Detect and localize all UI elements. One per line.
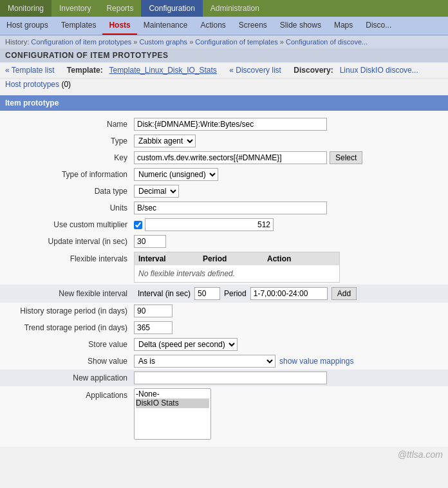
- show-value-cell: As is show value mappings: [134, 355, 443, 368]
- nav2-screens[interactable]: Screens: [232, 17, 274, 35]
- history-row: History storage period (in days): [0, 303, 448, 319]
- form-area: Name Type Zabbix agent Key Select Type o…: [0, 111, 448, 447]
- nav2-templates[interactable]: Templates: [55, 17, 103, 35]
- new-app-input[interactable]: [134, 371, 327, 384]
- discovery-prefix: Discovery:: [294, 66, 333, 75]
- key-label: Key: [5, 153, 134, 162]
- units-label: Units: [5, 203, 134, 212]
- flex-intervals-label: Flexible intervals: [5, 252, 134, 263]
- units-input[interactable]: [134, 202, 327, 214]
- show-value-select[interactable]: As is: [134, 355, 275, 368]
- breadcrumb-item-2[interactable]: Custom graphs: [140, 38, 188, 46]
- nav2-slideshows[interactable]: Slide shows: [274, 17, 328, 35]
- update-interval-input[interactable]: [134, 235, 166, 248]
- units-value-cell: [134, 202, 443, 214]
- data-type-label: Data type: [5, 187, 134, 196]
- flex-table-body: No flexible intervals defined.: [135, 265, 339, 282]
- second-nav: Host groups Templates Hosts Maintenance …: [0, 17, 448, 35]
- nav-administration[interactable]: Administration: [203, 0, 267, 17]
- section-header: Item prototype: [0, 95, 448, 111]
- nav-monitoring[interactable]: Monitoring: [0, 0, 51, 17]
- flex-table: Interval Period Action No flexible inter…: [134, 252, 340, 283]
- discovery-list-link[interactable]: « Discovery list: [229, 66, 281, 75]
- nav2-disco[interactable]: Disco...: [359, 17, 398, 35]
- trend-label: Trend storage period (in days): [5, 323, 134, 332]
- nav-inventory[interactable]: Inventory: [51, 0, 98, 17]
- update-interval-row: Update interval (in sec): [0, 233, 448, 250]
- watermark-text: @ttlsa.com: [398, 449, 443, 460]
- show-value-mappings-link[interactable]: show value mappings: [279, 357, 353, 366]
- flex-col-interval: Interval: [138, 254, 203, 263]
- custom-mult-checkbox[interactable]: [134, 221, 142, 229]
- host-proto-line: Host prototypes (0): [0, 79, 448, 91]
- page-title: CONFIGURATION OF ITEM PROTOTYPES: [5, 51, 169, 60]
- nav2-hosts[interactable]: Hosts: [102, 17, 136, 35]
- name-value-cell: [134, 118, 443, 131]
- custom-mult-value-cell: [134, 218, 443, 231]
- nav2-maps[interactable]: Maps: [328, 17, 359, 35]
- template-line: « Template list Template: Template_Linux…: [0, 62, 448, 79]
- host-proto-count: (0): [61, 80, 71, 89]
- data-type-value-cell: Decimal: [134, 185, 443, 198]
- custom-mult-input[interactable]: [145, 218, 274, 231]
- flex-intervals-row: Flexible intervals Interval Period Actio…: [0, 250, 448, 285]
- template-name-link[interactable]: Template_Linux_Disk_IO_Stats: [109, 66, 216, 75]
- new-flex-interval-input[interactable]: [194, 287, 220, 300]
- history-value-cell: [134, 305, 443, 317]
- nav2-host-groups[interactable]: Host groups: [0, 17, 55, 35]
- type-row: Type Zabbix agent: [0, 133, 448, 149]
- key-input[interactable]: [134, 151, 327, 164]
- new-flex-interval-label: Interval (in sec): [138, 289, 191, 298]
- top-nav: Monitoring Inventory Reports Configurati…: [0, 0, 448, 17]
- history-input[interactable]: [134, 305, 173, 317]
- trend-row: Trend storage period (in days): [0, 319, 448, 336]
- store-value-select[interactable]: Delta (speed per second): [134, 338, 238, 351]
- flex-col-period: Period: [203, 254, 267, 263]
- key-row: Key Select: [0, 149, 448, 166]
- template-list-link[interactable]: « Template list: [5, 66, 54, 75]
- key-input-row: Select: [134, 151, 443, 164]
- type-info-row: Type of information Numeric (unsigned): [0, 166, 448, 183]
- flex-table-header: Interval Period Action: [135, 252, 339, 265]
- multiplier-row: [134, 218, 443, 231]
- watermark: @ttlsa.com: [0, 447, 448, 462]
- discovery-name-link[interactable]: Linux DiskIO discove...: [340, 66, 418, 75]
- new-flex-label: New flexible interval: [5, 289, 134, 298]
- key-select-button[interactable]: Select: [330, 151, 362, 164]
- flex-intervals-table-cell: Interval Period Action No flexible inter…: [134, 252, 443, 283]
- nav-reports[interactable]: Reports: [98, 0, 141, 17]
- new-flex-period-input[interactable]: [250, 287, 328, 300]
- new-app-value-cell: [134, 371, 443, 384]
- custom-mult-row: Use custom multiplier: [0, 216, 448, 233]
- name-input[interactable]: [134, 118, 327, 131]
- store-value-row: Store value Delta (speed per second): [0, 336, 448, 353]
- type-info-select[interactable]: Numeric (unsigned): [134, 168, 218, 181]
- new-app-row: New application: [0, 370, 448, 386]
- host-proto-link[interactable]: Host prototypes: [5, 80, 59, 89]
- show-value-label: Show value: [5, 357, 134, 366]
- new-flex-add-button[interactable]: Add: [331, 287, 357, 300]
- nav2-maintenance[interactable]: Maintenance: [137, 17, 194, 35]
- new-flex-period-label: Period: [224, 289, 247, 298]
- new-app-label: New application: [5, 373, 134, 382]
- type-select[interactable]: Zabbix agent: [134, 135, 196, 147]
- type-value-cell: Zabbix agent: [134, 135, 443, 147]
- store-value-label: Store value: [5, 340, 134, 349]
- breadcrumb-item-4[interactable]: Configuration of discove...: [286, 38, 368, 46]
- name-row: Name: [0, 116, 448, 133]
- trend-input[interactable]: [134, 321, 173, 334]
- type-info-label: Type of information: [5, 170, 134, 179]
- type-info-value-cell: Numeric (unsigned): [134, 168, 443, 181]
- breadcrumb-prefix: History:: [5, 38, 29, 46]
- units-row: Units: [0, 200, 448, 216]
- breadcrumb-item-1[interactable]: Configuration of item prototypes: [31, 38, 131, 46]
- app-option-diskio: DiskIO Stats: [136, 399, 209, 408]
- apps-select[interactable]: -None- DiskIO Stats: [134, 388, 211, 440]
- type-label: Type: [5, 136, 134, 145]
- nav-configuration[interactable]: Configuration: [141, 0, 202, 17]
- app-option-none: -None-: [136, 389, 209, 399]
- data-type-select[interactable]: Decimal: [134, 185, 179, 198]
- breadcrumb-item-3[interactable]: Configuration of templates: [195, 38, 277, 46]
- apps-row: Applications -None- DiskIO Stats: [0, 386, 448, 442]
- nav2-actions[interactable]: Actions: [194, 17, 232, 35]
